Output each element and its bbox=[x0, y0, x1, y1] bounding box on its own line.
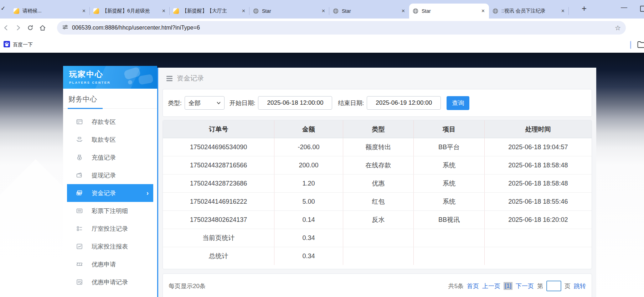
browser-tab[interactable]: Star× bbox=[249, 4, 329, 19]
table-cell: 2025-06-18 18:58:48 bbox=[484, 174, 592, 193]
sidebar-item-link[interactable]: 优惠申请 bbox=[63, 255, 157, 273]
browser-tab[interactable]: 请稍候...× bbox=[10, 4, 90, 19]
table-header-cell: 类型 bbox=[343, 120, 413, 138]
sidebar-item-label: 优惠申请记录 bbox=[92, 278, 128, 286]
table-cell: 0.14 bbox=[274, 211, 343, 229]
table-header-cell: 金额 bbox=[274, 120, 343, 138]
browser-toolbar: 006539.com:8886/hhcp/usercenter.html?ini… bbox=[0, 19, 644, 37]
table-row: 17502441469162225.00红包系统2025-06-18 18:55… bbox=[163, 193, 592, 211]
table-cell: 1750244328723686 bbox=[163, 174, 274, 193]
sidebar-item-label: 资金记录 bbox=[92, 189, 116, 197]
table-cell: 0.34 bbox=[274, 229, 343, 247]
sidebar-item-link[interactable]: 厅室投注记录 bbox=[63, 220, 157, 238]
reload-icon[interactable] bbox=[24, 22, 36, 34]
total-count-text: 共5条 bbox=[448, 282, 464, 290]
mail-icon bbox=[173, 8, 179, 14]
jump-page-input[interactable] bbox=[546, 281, 561, 291]
list-check-icon bbox=[76, 278, 83, 286]
deposit-card-icon bbox=[76, 118, 83, 125]
profile-check-icon[interactable]: ✓ bbox=[1, 5, 5, 12]
home-icon[interactable] bbox=[36, 22, 48, 34]
browser-tab-bar: ✓ 请稍候...×【新提醒】6月超级抢×【新提醒】【大厅主×Star×Star×… bbox=[0, 0, 644, 19]
sidebar-item-link[interactable]: 优惠申请记录 bbox=[63, 273, 157, 291]
tab-close-icon[interactable]: × bbox=[561, 9, 565, 14]
sidebar: 玩家中心 PLAYERS CENTER 财务中心 存款专区取款专区充值记录提现记… bbox=[63, 66, 157, 297]
url-text[interactable]: 006539.com:8886/hhcp/usercenter.html?ini… bbox=[72, 25, 615, 31]
tab-title: Star bbox=[262, 8, 318, 14]
table-cell: 优惠 bbox=[343, 174, 413, 193]
table-cell bbox=[343, 247, 413, 265]
filter-bar: 类型: 全部 开始日期: 结束日期: 查询 bbox=[163, 89, 592, 117]
tab-title: 【新提醒】6月超级抢 bbox=[102, 8, 158, 14]
search-button[interactable]: 查询 bbox=[447, 96, 469, 110]
browser-tab[interactable]: 【新提醒】【大厅主× bbox=[170, 4, 249, 19]
table-cell: 红包 bbox=[343, 193, 413, 211]
pagination-bar: 每页显示20条 共5条 首页 上一页 [1] 下一页 第 页 跳转 bbox=[163, 273, 592, 297]
moneybag-icon bbox=[76, 154, 83, 161]
sidebar-item-link[interactable]: 提现记录 bbox=[63, 166, 157, 184]
start-date-input[interactable] bbox=[258, 96, 332, 110]
decoration-dot bbox=[128, 80, 132, 84]
table-cell: 2025-06-18 18:58:48 bbox=[484, 156, 592, 174]
site-info-icon[interactable] bbox=[62, 24, 68, 32]
next-page-link[interactable]: 下一页 bbox=[516, 282, 534, 290]
table-cell: 1.20 bbox=[274, 174, 343, 193]
globe-icon bbox=[333, 8, 339, 14]
minimize-button[interactable]: — bbox=[621, 4, 627, 11]
address-bar[interactable]: 006539.com:8886/hhcp/usercenter.html?ini… bbox=[57, 21, 626, 35]
sidebar-item-link[interactable]: 彩票下注明细 bbox=[63, 202, 157, 220]
table-cell: 反水 bbox=[343, 211, 413, 229]
sidebar-item-link[interactable]: 存款专区 bbox=[63, 113, 157, 131]
prev-page-link[interactable]: 上一页 bbox=[482, 282, 500, 290]
table-row: 当前页统计0.34 bbox=[163, 229, 592, 247]
sidebar-item-label: 玩家投注报表 bbox=[92, 243, 128, 251]
table-cell: 系统 bbox=[414, 193, 484, 211]
browser-tab[interactable]: ::视讯 会员下注纪录× bbox=[489, 4, 569, 19]
new-tab-button[interactable]: + bbox=[582, 4, 587, 13]
tab-close-icon[interactable]: × bbox=[481, 9, 485, 14]
table-cell: 5.00 bbox=[274, 193, 343, 211]
sidebar-item-link[interactable]: 充值记录 bbox=[63, 148, 157, 166]
tab-close-icon[interactable]: × bbox=[82, 9, 86, 14]
first-page-link[interactable]: 首页 bbox=[467, 282, 479, 290]
type-select[interactable]: 全部 bbox=[185, 96, 225, 110]
table-row: 总统计0.34 bbox=[163, 247, 592, 265]
browser-tab[interactable]: 【新提醒】6月超级抢× bbox=[90, 4, 170, 19]
tab-close-icon[interactable]: × bbox=[161, 9, 166, 14]
browser-tab[interactable]: Star× bbox=[329, 4, 409, 19]
sidebar-item-link[interactable]: 取款专区 bbox=[63, 131, 157, 148]
table-row: 1750244696534090-206.00额度转出BB平台2025-06-1… bbox=[163, 138, 592, 156]
sidebar-item-label: 彩票下注明细 bbox=[92, 207, 128, 215]
table-cell bbox=[484, 247, 592, 265]
table-header-cell: 订单号 bbox=[163, 120, 274, 138]
table-cell: 2025-06-18 16:20:02 bbox=[484, 211, 592, 229]
list-grid-icon bbox=[76, 225, 83, 232]
table-cell: BB视讯 bbox=[414, 211, 484, 229]
globe-icon bbox=[493, 8, 498, 14]
jump-button[interactable]: 跳转 bbox=[574, 282, 586, 290]
browser-tab[interactable]: Star× bbox=[409, 4, 489, 19]
ticket-icon bbox=[76, 261, 83, 268]
jump-label-post: 页 bbox=[565, 282, 571, 290]
sidebar-item-label: 充值记录 bbox=[92, 153, 116, 162]
back-icon[interactable] bbox=[0, 22, 12, 34]
maximize-button[interactable] bbox=[640, 6, 644, 12]
sidebar-item-link[interactable]: 玩家投注报表 bbox=[63, 238, 157, 255]
sidebar-section-members: 会员中心 bbox=[63, 295, 157, 297]
bookmark-label: 百度一下 bbox=[13, 42, 33, 48]
table-header-cell: 处理时间 bbox=[484, 120, 592, 138]
tab-close-icon[interactable]: × bbox=[321, 9, 326, 14]
tab-title: Star bbox=[422, 8, 478, 14]
chevron-down-icon bbox=[217, 101, 221, 104]
bookmark-star-icon[interactable]: ☆ bbox=[615, 24, 621, 32]
end-date-input[interactable] bbox=[367, 96, 441, 110]
bookmark-baidu[interactable]: 百度一下 bbox=[4, 41, 33, 49]
globe-icon bbox=[253, 8, 259, 14]
other-bookmarks-folder-icon[interactable] bbox=[637, 41, 644, 50]
sidebar-item-label: 厅室投注记录 bbox=[92, 225, 128, 233]
tab-close-icon[interactable]: × bbox=[401, 9, 406, 14]
tab-close-icon[interactable]: × bbox=[241, 9, 246, 14]
chart-icon bbox=[76, 243, 83, 250]
forward-icon[interactable] bbox=[12, 22, 24, 34]
sidebar-item-active[interactable]: 资金记录› bbox=[67, 184, 153, 202]
